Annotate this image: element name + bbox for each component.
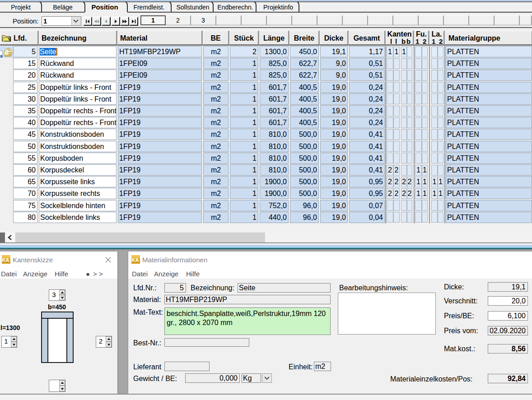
svg-text:KA: KA	[132, 257, 139, 263]
svg-text:KA: KA	[2, 257, 9, 263]
